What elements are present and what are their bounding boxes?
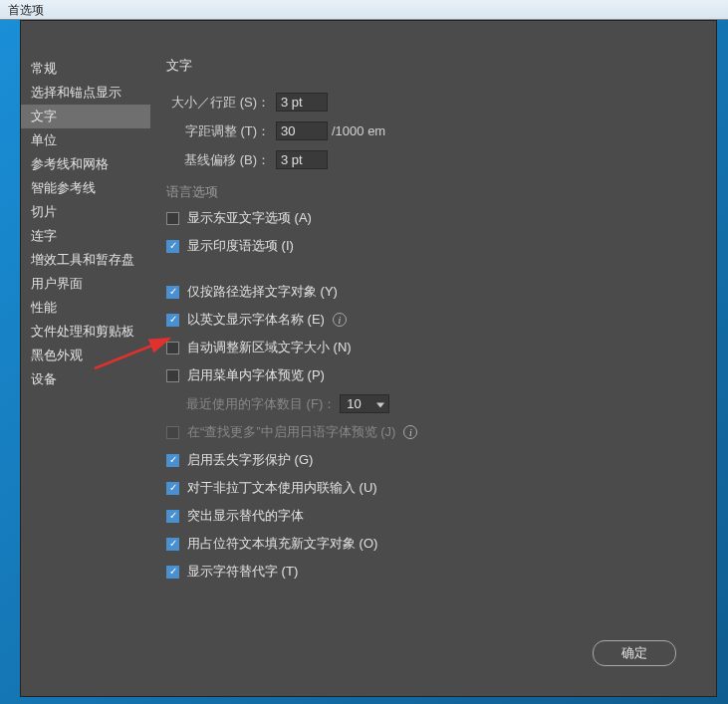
english-font-row[interactable]: 以英文显示字体名称 (E) i	[166, 311, 696, 329]
checkbox-jp-preview[interactable]	[166, 426, 179, 439]
east-asian-label: 显示东亚文字选项 (A)	[187, 209, 312, 227]
sidebar-item[interactable]: 文字	[21, 105, 150, 128]
baseline-label: 基线偏移 (B)：	[166, 151, 276, 169]
jp-preview-label: 在“查找更多”中启用日语字体预览 (J)	[187, 423, 395, 441]
sidebar-item[interactable]: 参考线和网格	[21, 152, 150, 176]
ok-button[interactable]: 确定	[593, 640, 676, 666]
size-row: 大小／行距 (S)：	[166, 93, 696, 112]
checkbox-inline-input[interactable]	[166, 482, 179, 495]
size-label: 大小／行距 (S)：	[166, 94, 276, 112]
checkbox-indic[interactable]	[166, 240, 179, 253]
checkbox-english-font[interactable]	[166, 314, 179, 327]
checkbox-auto-resize[interactable]	[166, 342, 179, 354]
recent-fonts-select[interactable]: 10	[340, 394, 389, 413]
info-icon[interactable]: i	[333, 313, 347, 327]
sidebar-item[interactable]: 单位	[21, 128, 150, 152]
sidebar-item[interactable]: 性能	[21, 296, 150, 320]
alt-glyph-row[interactable]: 显示字符替代字 (T)	[166, 563, 696, 581]
menu-preview-row[interactable]: 启用菜单内字体预览 (P)	[166, 366, 696, 384]
size-input[interactable]	[276, 93, 328, 112]
checkbox-placeholder-text[interactable]	[166, 538, 179, 551]
checkbox-east-asian[interactable]	[166, 212, 179, 225]
path-select-row[interactable]: 仅按路径选择文字对象 (Y)	[166, 283, 696, 301]
alt-glyph-label: 显示字符替代字 (T)	[187, 563, 298, 581]
alt-font-label: 突出显示替代的字体	[187, 507, 304, 525]
tracking-suffix: /1000 em	[328, 123, 385, 138]
placeholder-text-label: 用占位符文本填充新文字对象 (O)	[187, 535, 377, 553]
english-font-label: 以英文显示字体名称 (E)	[187, 311, 325, 329]
menu-preview-label: 启用菜单内字体预览 (P)	[187, 366, 325, 384]
tracking-row: 字距调整 (T)： /1000 em	[166, 121, 696, 140]
sidebar-item[interactable]: 智能参考线	[21, 176, 150, 200]
path-select-label: 仅按路径选择文字对象 (Y)	[187, 283, 338, 301]
inline-input-row[interactable]: 对于非拉丁文本使用内联输入 (U)	[166, 479, 696, 497]
recent-fonts-label: 最近使用的字体数目 (F)：	[186, 395, 336, 413]
checkbox-alt-font[interactable]	[166, 510, 179, 523]
sidebar-item[interactable]: 增效工具和暂存盘	[21, 248, 150, 272]
inline-input-label: 对于非拉丁文本使用内联输入 (U)	[187, 479, 377, 497]
indic-label: 显示印度语选项 (I)	[187, 237, 294, 255]
recent-fonts-row: 最近使用的字体数目 (F)： 10	[166, 394, 696, 413]
panel-header: 文字	[166, 57, 696, 75]
sidebar-item[interactable]: 设备	[21, 367, 150, 391]
window-title: 首选项	[8, 3, 44, 17]
sidebar-item[interactable]: 选择和锚点显示	[21, 81, 150, 105]
indic-row[interactable]: 显示印度语选项 (I)	[166, 237, 696, 255]
tracking-input[interactable]	[276, 121, 328, 140]
baseline-row: 基线偏移 (B)：	[166, 150, 696, 169]
checkbox-missing-glyph[interactable]	[166, 454, 179, 467]
checkbox-menu-preview[interactable]	[166, 369, 179, 382]
missing-glyph-row[interactable]: 启用丢失字形保护 (G)	[166, 451, 696, 469]
east-asian-row[interactable]: 显示东亚文字选项 (A)	[166, 209, 696, 227]
sidebar-item[interactable]: 常规	[21, 57, 150, 81]
language-section-title: 语言选项	[166, 183, 696, 201]
tracking-label: 字距调整 (T)：	[166, 122, 276, 140]
checkbox-path-select[interactable]	[166, 286, 179, 299]
alt-font-row[interactable]: 突出显示替代的字体	[166, 507, 696, 525]
sidebar-item[interactable]: 用户界面	[21, 272, 150, 296]
main-panel: 文字 大小／行距 (S)： 字距调整 (T)： /1000 em 基线偏移 (B…	[150, 21, 716, 696]
sidebar: 常规选择和锚点显示文字单位参考线和网格智能参考线切片连字增效工具和暂存盘用户界面…	[21, 21, 150, 696]
sidebar-item[interactable]: 文件处理和剪贴板	[21, 320, 150, 344]
baseline-input[interactable]	[276, 150, 328, 169]
preferences-dialog: 常规选择和锚点显示文字单位参考线和网格智能参考线切片连字增效工具和暂存盘用户界面…	[20, 20, 717, 697]
auto-resize-label: 自动调整新区域文字大小 (N)	[187, 339, 352, 356]
jp-preview-row[interactable]: 在“查找更多”中启用日语字体预览 (J) i	[166, 423, 696, 441]
placeholder-text-row[interactable]: 用占位符文本填充新文字对象 (O)	[166, 535, 696, 553]
sidebar-item[interactable]: 黑色外观	[21, 344, 150, 367]
info-icon[interactable]: i	[403, 425, 417, 439]
sidebar-item[interactable]: 切片	[21, 200, 150, 224]
recent-fonts-value: 10	[347, 396, 361, 411]
sidebar-item[interactable]: 连字	[21, 224, 150, 248]
ok-button-label: 确定	[621, 645, 647, 660]
language-section: 语言选项 显示东亚文字选项 (A) 显示印度语选项 (I)	[166, 183, 696, 255]
checkbox-alt-glyph[interactable]	[166, 566, 179, 579]
window-titlebar: 首选项	[0, 0, 728, 20]
auto-resize-row[interactable]: 自动调整新区域文字大小 (N)	[166, 339, 696, 356]
missing-glyph-label: 启用丢失字形保护 (G)	[187, 451, 313, 469]
